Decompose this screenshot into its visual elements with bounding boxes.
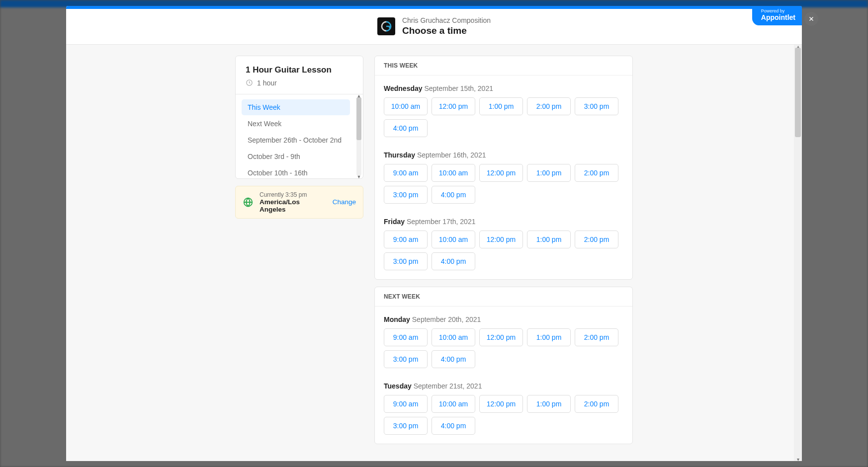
modal-body: 1 Hour Guitar Lesson 1 hour This WeekNex… (66, 45, 802, 461)
time-slot-row: 9:00 am10:00 am12:00 pm1:00 pm2:00 pm3:0… (384, 395, 623, 435)
week-option[interactable]: October 10th - 16th (242, 165, 350, 178)
day-of-week: Thursday (384, 151, 417, 159)
week-block: THIS WEEKWednesday September 15th, 20211… (374, 56, 633, 280)
time-slot[interactable]: 9:00 am (384, 395, 428, 413)
service-duration-text: 1 hour (257, 79, 277, 87)
booking-modal: Chris Gruchacz Composition Choose a time… (66, 6, 802, 461)
timezone-name: America/Los Angeles (260, 198, 327, 213)
day-label: Friday September 17th, 2021 (384, 218, 623, 226)
time-slot[interactable]: 12:00 pm (479, 328, 523, 346)
time-slot[interactable]: 4:00 pm (432, 186, 475, 204)
logo-icon (380, 20, 393, 33)
time-slot[interactable]: 2:00 pm (575, 164, 618, 182)
time-slot[interactable]: 2:00 pm (575, 231, 618, 248)
day-of-week: Friday (384, 218, 407, 226)
day-date: September 20th, 2021 (412, 315, 481, 323)
powered-by-badge[interactable]: Powered by Appointlet (752, 6, 802, 25)
close-icon (808, 15, 815, 22)
org-logo (377, 17, 395, 35)
time-slot[interactable]: 10:00 am (432, 231, 475, 248)
day-of-week: Monday (384, 315, 412, 323)
week-option[interactable]: September 26th - October 2nd (242, 132, 350, 148)
timezone-change-link[interactable]: Change (333, 198, 356, 206)
time-slot[interactable]: 3:00 pm (384, 252, 428, 270)
time-slot[interactable]: 1:00 pm (479, 97, 523, 115)
timezone-card: Currently 3:35 pm America/Los Angeles Ch… (235, 186, 363, 219)
powered-by-label: Powered by (761, 9, 795, 14)
time-slot[interactable]: 1:00 pm (527, 164, 571, 182)
time-slot[interactable]: 12:00 pm (479, 164, 523, 182)
time-slot-row: 9:00 am10:00 am12:00 pm1:00 pm2:00 pm3:0… (384, 164, 623, 204)
week-heading: NEXT WEEK (375, 287, 632, 307)
time-slot[interactable]: 1:00 pm (527, 231, 571, 248)
time-slot[interactable]: 3:00 pm (384, 417, 428, 435)
scroll-down-icon: ▼ (356, 174, 361, 178)
day-date: September 16th, 2021 (417, 151, 486, 159)
time-slot[interactable]: 12:00 pm (479, 395, 523, 413)
clock-icon (246, 79, 253, 86)
time-slot[interactable]: 9:00 am (384, 164, 428, 182)
day-group: Tuesday September 21st, 20219:00 am10:00… (375, 377, 632, 444)
time-slot[interactable]: 10:00 am (432, 164, 475, 182)
time-slot[interactable]: 12:00 pm (432, 97, 475, 115)
time-slot[interactable]: 2:00 pm (575, 395, 618, 413)
powered-by-brand: Appointlet (761, 14, 795, 21)
modal-header: Chris Gruchacz Composition Choose a time… (66, 9, 802, 45)
sidebar: 1 Hour Guitar Lesson 1 hour This WeekNex… (235, 56, 363, 219)
time-slot[interactable]: 3:00 pm (384, 350, 428, 368)
service-title: 1 Hour Guitar Lesson (246, 65, 353, 75)
day-of-week: Tuesday (384, 382, 414, 390)
time-slot[interactable]: 4:00 pm (432, 350, 475, 368)
day-group: Wednesday September 15th, 202110:00 am12… (375, 76, 632, 146)
close-button[interactable] (804, 12, 818, 26)
day-label: Tuesday September 21st, 2021 (384, 382, 623, 390)
time-slot[interactable]: 3:00 pm (384, 186, 428, 204)
time-slot[interactable]: 10:00 am (432, 328, 475, 346)
time-slot-row: 9:00 am10:00 am12:00 pm1:00 pm2:00 pm3:0… (384, 328, 623, 368)
body-scrollbar[interactable]: ▴ ▾ (794, 45, 802, 461)
globe-icon (243, 197, 254, 208)
week-block: NEXT WEEKMonday September 20th, 20219:00… (374, 287, 633, 444)
day-group: Friday September 17th, 20219:00 am10:00 … (375, 213, 632, 279)
org-name: Chris Gruchacz Composition (402, 16, 491, 25)
day-date: September 17th, 2021 (407, 218, 476, 226)
day-group: Thursday September 16th, 20219:00 am10:0… (375, 146, 632, 213)
time-slot[interactable]: 3:00 pm (575, 97, 618, 115)
week-option[interactable]: Next Week (242, 116, 350, 132)
day-label: Wednesday September 15th, 2021 (384, 84, 623, 92)
time-slot[interactable]: 9:00 am (384, 231, 428, 248)
time-slot[interactable]: 1:00 pm (527, 395, 571, 413)
timezone-current-time: Currently 3:35 pm (260, 191, 327, 198)
time-slot[interactable]: 4:00 pm (384, 119, 428, 137)
scroll-down-icon: ▾ (794, 457, 802, 461)
time-slot[interactable]: 9:00 am (384, 328, 428, 346)
time-slot[interactable]: 1:00 pm (527, 328, 571, 346)
day-group: Monday September 20th, 20219:00 am10:00 … (375, 307, 632, 377)
week-picker: This WeekNext WeekSeptember 26th - Octob… (236, 94, 363, 178)
time-slot[interactable]: 4:00 pm (432, 252, 475, 270)
page-title: Choose a time (402, 25, 491, 37)
day-of-week: Wednesday (384, 84, 424, 92)
time-slot-row: 10:00 am12:00 pm1:00 pm2:00 pm3:00 pm4:0… (384, 97, 623, 137)
week-option[interactable]: October 3rd - 9th (242, 149, 350, 164)
time-slot[interactable]: 4:00 pm (432, 417, 475, 435)
day-date: September 21st, 2021 (414, 382, 482, 390)
time-slot[interactable]: 2:00 pm (575, 328, 618, 346)
scroll-thumb[interactable] (795, 48, 801, 137)
availability-column: THIS WEEKWednesday September 15th, 20211… (374, 56, 633, 444)
service-duration: 1 hour (246, 79, 353, 87)
week-list-scrollbar[interactable]: ▲ ▼ (356, 97, 361, 175)
day-date: September 15th, 2021 (424, 84, 493, 92)
time-slot[interactable]: 10:00 am (384, 97, 428, 115)
time-slot[interactable]: 12:00 pm (479, 231, 523, 248)
day-label: Monday September 20th, 2021 (384, 315, 623, 323)
week-option[interactable]: This Week (242, 99, 350, 115)
service-card: 1 Hour Guitar Lesson 1 hour This WeekNex… (235, 56, 363, 179)
week-heading: THIS WEEK (375, 56, 632, 76)
day-label: Thursday September 16th, 2021 (384, 151, 623, 159)
time-slot[interactable]: 10:00 am (432, 395, 475, 413)
time-slot-row: 9:00 am10:00 am12:00 pm1:00 pm2:00 pm3:0… (384, 231, 623, 270)
scroll-thumb[interactable] (356, 97, 361, 140)
time-slot[interactable]: 2:00 pm (527, 97, 571, 115)
